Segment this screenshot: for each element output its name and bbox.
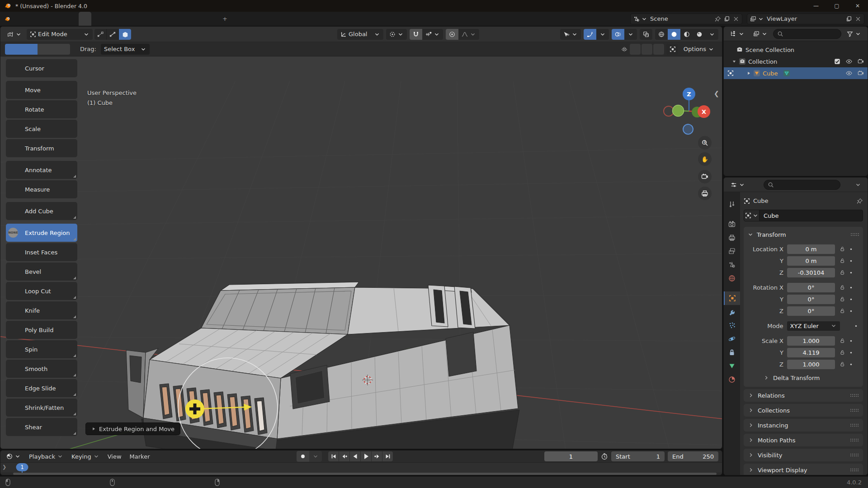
- properties-options-icon[interactable]: [855, 182, 861, 188]
- tool-button[interactable]: Spin: [6, 340, 77, 358]
- camera-view-button[interactable]: [698, 170, 712, 183]
- pin-icon[interactable]: [857, 198, 863, 204]
- timeline-menu[interactable]: Marker: [126, 451, 154, 462]
- shading-rendered-button[interactable]: [693, 29, 706, 40]
- sidebar-toggle-icon[interactable]: ❮: [714, 90, 719, 97]
- outliner-row-scene-collection[interactable]: Scene Collection: [724, 44, 868, 56]
- tool-button[interactable]: NONE Extrude Region: [6, 224, 77, 242]
- tab-tool[interactable]: [724, 197, 740, 211]
- tool-button[interactable]: Shrink/Fatten: [6, 399, 77, 417]
- viewlayer-name[interactable]: ViewLayer: [767, 15, 843, 22]
- use-preview-range-icon[interactable]: [601, 453, 608, 460]
- tool-button[interactable]: Move: [6, 81, 77, 99]
- outliner-display-mode-button[interactable]: [750, 28, 771, 39]
- animate-dot[interactable]: [847, 271, 854, 275]
- tool-button[interactable]: Transform: [6, 139, 77, 157]
- scene-selector[interactable]: Scene: [630, 14, 742, 24]
- lock-icon[interactable]: [838, 270, 846, 275]
- viewport-menu[interactable]: [149, 29, 157, 40]
- mirror-axis-toggle[interactable]: [630, 44, 641, 55]
- eye-icon[interactable]: [846, 58, 852, 65]
- tool-button[interactable]: Poly Build: [6, 321, 77, 339]
- operator-panel[interactable]: Extrude Region and Move: [85, 422, 180, 435]
- tab-object[interactable]: [724, 291, 740, 305]
- shading-solid-button[interactable]: [668, 29, 680, 40]
- mirror-axis-toggle[interactable]: [653, 44, 664, 55]
- workspace-tab[interactable]: [117, 12, 129, 26]
- snap-extra-button[interactable]: [666, 44, 678, 55]
- options-dropdown[interactable]: Options: [680, 44, 717, 55]
- properties-section[interactable]: Collections: [744, 404, 863, 417]
- minimize-button[interactable]: —: [806, 0, 826, 12]
- rotation-mode-dropdown[interactable]: XYZ Euler: [787, 321, 840, 331]
- outliner-filter-button[interactable]: [844, 28, 864, 39]
- tab-particles[interactable]: [724, 319, 740, 332]
- drag-mode-dropdown[interactable]: Select Box: [101, 44, 150, 55]
- animate-dot[interactable]: [847, 351, 854, 355]
- playhead[interactable]: 1: [16, 463, 28, 471]
- object-name-field[interactable]: Cube: [744, 210, 863, 221]
- mode-dropdown[interactable]: Edit Mode: [27, 29, 93, 40]
- play-button[interactable]: [361, 451, 371, 461]
- tab-material[interactable]: [724, 373, 740, 386]
- play-reverse-button[interactable]: [350, 451, 360, 461]
- tool-button[interactable]: Measure: [6, 180, 77, 198]
- face-select-button[interactable]: [119, 29, 131, 40]
- ruler-expand-icon[interactable]: ❯: [2, 464, 6, 470]
- jump-to-start-button[interactable]: [328, 451, 339, 461]
- timeline-menu[interactable]: Keying: [67, 451, 104, 462]
- editor-type-button[interactable]: [4, 29, 25, 40]
- value-field[interactable]: 1.000: [787, 360, 835, 369]
- new-viewlayer-icon[interactable]: [846, 16, 852, 22]
- pan-button[interactable]: ✋: [698, 152, 712, 166]
- blender-menu-icon[interactable]: [4, 16, 12, 22]
- tool-button[interactable]: Add Cube: [6, 202, 77, 220]
- camera-icon[interactable]: [858, 58, 864, 65]
- lock-icon[interactable]: [838, 361, 846, 367]
- properties-search-input[interactable]: [764, 180, 840, 190]
- proportional-edit-toggle[interactable]: [446, 29, 458, 40]
- properties-section[interactable]: Relations: [744, 389, 863, 402]
- timeline-editor-type-button[interactable]: [3, 451, 24, 462]
- workspace-tab[interactable]: [193, 12, 205, 26]
- animate-dot[interactable]: [847, 309, 854, 313]
- viewport-menu[interactable]: [141, 29, 149, 40]
- viewport-menu[interactable]: [157, 29, 165, 40]
- value-field[interactable]: 0°: [787, 306, 835, 316]
- maximize-button[interactable]: ▢: [826, 0, 847, 12]
- workspace-tab[interactable]: [79, 12, 91, 26]
- remove-viewlayer-icon[interactable]: [855, 16, 861, 22]
- outliner-row-cube[interactable]: Cube: [724, 67, 868, 79]
- tab-physics[interactable]: [724, 332, 740, 346]
- section-delta-transform[interactable]: Delta Transform: [759, 372, 859, 383]
- workspace-tab[interactable]: [104, 12, 117, 26]
- lock-icon[interactable]: [838, 246, 846, 252]
- workspace-tab[interactable]: [167, 12, 180, 26]
- checkbox-icon[interactable]: [834, 58, 840, 65]
- transform-panel-header[interactable]: Transform: [747, 230, 859, 239]
- value-field[interactable]: 0 m: [787, 244, 835, 254]
- value-field[interactable]: -0.30104: [787, 268, 835, 277]
- tool-button[interactable]: Annotate: [6, 161, 77, 179]
- tool-button[interactable]: Knife: [6, 301, 77, 319]
- current-frame-field[interactable]: 1: [544, 451, 598, 461]
- tab-constraints[interactable]: [724, 346, 740, 359]
- tool-button[interactable]: Shear: [6, 418, 77, 436]
- lock-icon[interactable]: [838, 308, 846, 314]
- pivot-dropdown[interactable]: [386, 29, 407, 40]
- tab-view-layer[interactable]: [724, 244, 740, 258]
- lock-icon[interactable]: [838, 285, 846, 290]
- viewport-menu[interactable]: [165, 29, 174, 40]
- gizmos-dropdown[interactable]: [596, 29, 609, 40]
- viewport-menu[interactable]: [174, 29, 182, 40]
- workspace-tab[interactable]: [142, 12, 155, 26]
- properties-section[interactable]: Visibility: [744, 449, 863, 461]
- viewport-menu[interactable]: [182, 29, 190, 40]
- unlink-scene-icon[interactable]: [733, 16, 739, 22]
- tool-button[interactable]: Loop Cut: [6, 282, 77, 300]
- shading-material-button[interactable]: [680, 29, 693, 40]
- tool-button[interactable]: Cursor: [6, 59, 77, 77]
- tool-button[interactable]: Inset Faces: [6, 243, 77, 261]
- eye-icon[interactable]: [846, 70, 852, 76]
- pin-icon[interactable]: [715, 16, 721, 22]
